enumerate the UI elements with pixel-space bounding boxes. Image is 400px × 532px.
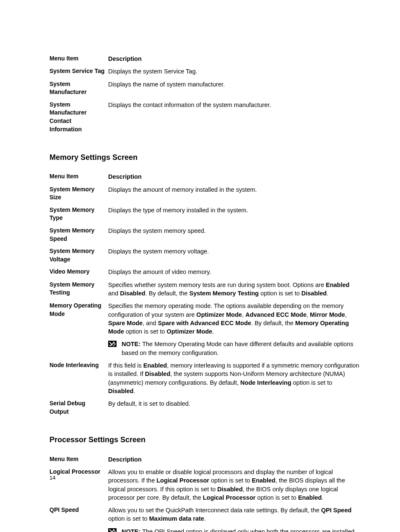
menu-item-desc: Displays the type of memory installed in… bbox=[108, 204, 360, 224]
menu-item-label: Serial Debug Output bbox=[49, 397, 108, 418]
column-header-menu: Menu Item bbox=[49, 52, 108, 65]
column-header-desc: Description bbox=[108, 453, 360, 466]
table-header-row: Menu Item Description bbox=[49, 52, 360, 65]
menu-item-desc: Displays the system Service Tag. bbox=[108, 65, 360, 78]
menu-item-desc: If this field is Enabled, memory interle… bbox=[108, 359, 360, 397]
table-header-row: Menu Item Description bbox=[49, 453, 360, 466]
menu-item-label: System Memory Size bbox=[49, 183, 108, 204]
system-info-table: Menu Item Description System Service Tag… bbox=[49, 52, 360, 136]
note-icon bbox=[108, 528, 117, 532]
menu-item-label: Memory Operating Mode bbox=[49, 300, 108, 359]
table-row: System Memory Voltage Displays the syste… bbox=[49, 245, 360, 266]
menu-item-desc: Allows you to set the QuickPath Intercon… bbox=[108, 504, 360, 532]
table-row: QPI Speed Allows you to set the QuickPat… bbox=[49, 504, 360, 532]
column-header-desc: Description bbox=[108, 170, 360, 183]
menu-item-desc: Specifies the memory operating mode. The… bbox=[108, 300, 360, 359]
memory-settings-table: Menu Item Description System Memory Size… bbox=[49, 170, 360, 418]
column-header-menu: Menu Item bbox=[49, 453, 108, 466]
note-icon bbox=[108, 341, 117, 347]
processor-settings-table: Menu Item Description Logical Processor … bbox=[49, 453, 360, 532]
menu-item-desc: Specifies whether system memory tests ar… bbox=[108, 279, 360, 300]
note-text: NOTE: The Memory Operating Mode can have… bbox=[122, 340, 360, 357]
menu-item-desc: Displays the name of system manufacturer… bbox=[108, 78, 360, 99]
table-row: Node Interleaving If this field is Enabl… bbox=[49, 359, 360, 397]
table-row: Memory Operating Mode Specifies the memo… bbox=[49, 300, 360, 359]
table-row: System Service Tag Displays the system S… bbox=[49, 65, 360, 78]
processor-settings-heading: Processor Settings Screen bbox=[49, 435, 360, 445]
page-number: 14 bbox=[49, 474, 55, 482]
menu-item-label: Node Interleaving bbox=[49, 359, 108, 397]
table-row: System Memory Speed Displays the system … bbox=[49, 224, 360, 245]
menu-item-label: System Service Tag bbox=[49, 65, 108, 78]
menu-item-label: Logical Processor bbox=[49, 466, 108, 504]
menu-item-desc: Displays the amount of memory installed … bbox=[108, 183, 360, 204]
table-row: Video Memory Displays the amount of vide… bbox=[49, 266, 360, 278]
table-row: Serial Debug Output By default, it is se… bbox=[49, 397, 360, 418]
column-header-desc: Description bbox=[108, 52, 360, 65]
table-row: System Memory Type Displays the type of … bbox=[49, 204, 360, 224]
table-row: System Memory Testing Specifies whether … bbox=[49, 279, 360, 300]
menu-item-label: System Memory Type bbox=[49, 204, 108, 224]
menu-item-desc: Allows you to enable or disable logical … bbox=[108, 466, 360, 504]
menu-item-desc: Displays the contact information of the … bbox=[108, 99, 360, 136]
menu-item-label: System Memory Voltage bbox=[49, 245, 108, 266]
menu-item-label: System Memory Testing bbox=[49, 279, 108, 300]
note-block: NOTE: The QPI Speed option is displayed … bbox=[108, 527, 360, 532]
menu-item-desc: Displays the amount of video memory. bbox=[108, 266, 360, 278]
menu-item-desc: By default, it is set to disabled. bbox=[108, 397, 360, 418]
table-row: System Manufacturer Contact Information … bbox=[49, 99, 360, 136]
note-block: NOTE: The Memory Operating Mode can have… bbox=[108, 340, 360, 357]
memory-settings-heading: Memory Settings Screen bbox=[49, 152, 360, 163]
table-row: System Memory Size Displays the amount o… bbox=[49, 183, 360, 204]
table-row: Logical Processor Allows you to enable o… bbox=[49, 466, 360, 504]
menu-item-desc: Displays the system memory speed. bbox=[108, 224, 360, 245]
menu-item-label: QPI Speed bbox=[49, 504, 108, 532]
table-row: System Manufacturer Displays the name of… bbox=[49, 78, 360, 99]
column-header-menu: Menu Item bbox=[49, 170, 108, 183]
menu-item-label: Video Memory bbox=[49, 266, 108, 278]
note-text: NOTE: The QPI Speed option is displayed … bbox=[122, 527, 356, 532]
menu-item-label: System Manufacturer Contact Information bbox=[49, 99, 108, 136]
menu-item-desc: Displays the system memory voltage. bbox=[108, 245, 360, 266]
table-header-row: Menu Item Description bbox=[49, 170, 360, 183]
menu-item-label: System Manufacturer bbox=[49, 78, 108, 99]
menu-item-label: System Memory Speed bbox=[49, 224, 108, 245]
